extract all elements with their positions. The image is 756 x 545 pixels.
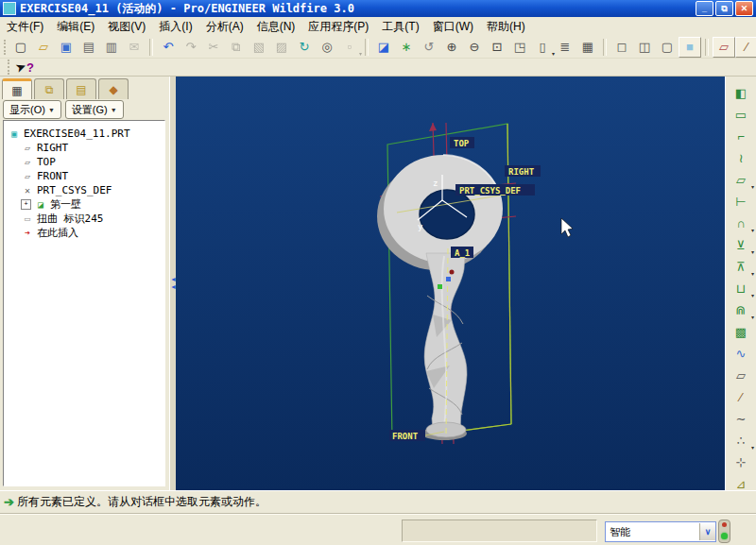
new-file-icon[interactable]: ▢: [9, 37, 32, 58]
flatten-tool-icon[interactable]: ▩: [729, 321, 753, 343]
plot-icon[interactable]: ▥: [100, 37, 123, 58]
email-icon: ✉: [129, 41, 140, 53]
datum-axis-toggle-icon[interactable]: ∕: [735, 37, 756, 58]
select-box-icon[interactable]: ▫▾: [338, 37, 361, 58]
restore-button[interactable]: ⧉: [715, 1, 733, 16]
menu-item-8[interactable]: 窗口(W): [426, 17, 480, 37]
print-icon[interactable]: ▤: [77, 37, 100, 58]
reorient-view-icon[interactable]: ◳: [508, 37, 531, 58]
svg-text:RIGHT: RIGHT: [508, 167, 535, 177]
help-toolbar: ➤?: [0, 59, 756, 77]
refit-icon[interactable]: ⊡: [486, 37, 508, 58]
tree-item-front-plane[interactable]: ▱FRONT: [4, 169, 164, 183]
menu-item-6[interactable]: 应用程序(P): [301, 17, 375, 37]
datum-axis-tool-icon[interactable]: ∕: [729, 386, 753, 408]
menu-item-4[interactable]: 分析(A): [199, 17, 250, 37]
flat-wall-tool-icon[interactable]: ▭: [729, 104, 753, 126]
tree-expander-icon[interactable]: +: [21, 199, 31, 210]
selection-filter-combo[interactable]: 智能 ∨: [605, 521, 716, 542]
twist-wall-tool-icon[interactable]: ≀: [729, 147, 753, 169]
datum-plane-toggle-icon: ▱: [719, 41, 729, 53]
save-icon[interactable]: ▣: [55, 37, 77, 58]
view-manager-icon[interactable]: ▦: [576, 37, 599, 58]
3d-model-canvas[interactable]: z y TOP RIGHT: [176, 77, 725, 490]
zoom-in-icon[interactable]: ⊕: [440, 37, 463, 58]
context-help-icon[interactable]: ➤?: [16, 60, 34, 75]
axis-label[interactable]: A_1: [451, 247, 473, 258]
menu-item-0[interactable]: 文件(F): [0, 17, 50, 37]
wireframe-icon[interactable]: ◻: [610, 37, 633, 58]
csys-tool-icon[interactable]: ⊹: [729, 451, 753, 473]
bend-tool-icon[interactable]: ∩▾: [729, 213, 753, 234]
menu-item-5[interactable]: 信息(N): [250, 17, 302, 37]
layers-icon[interactable]: ≣: [554, 37, 576, 58]
zoom-out-icon[interactable]: ⊖: [463, 37, 486, 58]
orient-mode-icon[interactable]: ↺: [418, 37, 440, 58]
menu-item-3[interactable]: 插入(I): [152, 17, 198, 37]
copy-icon[interactable]: ⧉: [225, 37, 248, 58]
wall-tool-icon[interactable]: ◧: [729, 82, 753, 104]
settings-dropdown-button[interactable]: 设置(G)▼: [65, 100, 124, 119]
copy-icon: ⧉: [232, 41, 240, 53]
tree-item-csys[interactable]: ✕PRT_CSYS_DEF: [4, 183, 164, 197]
datum-plane-toggle-icon[interactable]: ▱: [713, 37, 735, 58]
menu-item-2[interactable]: 视图(V): [101, 17, 152, 37]
selection-stoplight-icon[interactable]: [718, 519, 730, 543]
no-hidden-icon[interactable]: ▢: [656, 37, 679, 58]
tree-item-twist[interactable]: ▭扭曲 标识245: [4, 212, 164, 226]
sketch-curve-tool-icon[interactable]: ∼: [729, 408, 753, 430]
model-tree[interactable]: ▣EXERCISE04_11.PRT▱RIGHT▱TOP▱FRONT✕PRT_C…: [3, 120, 165, 486]
repaint-icon[interactable]: ◪: [372, 37, 395, 58]
dropdown-caret-icon: ▾: [751, 271, 754, 277]
connections-tab[interactable]: ◆: [98, 78, 129, 99]
tree-item-insert-here[interactable]: ➔在此插入: [4, 226, 164, 240]
paste-special-icon[interactable]: ▨: [270, 37, 293, 58]
spin-center-icon[interactable]: ∗: [395, 37, 418, 58]
punch-tool-icon[interactable]: ⊔▾: [729, 278, 753, 299]
find-icon[interactable]: ◎: [316, 37, 338, 58]
layer-tree-tab[interactable]: ⧉: [34, 78, 64, 99]
menu-item-9[interactable]: 帮助(H): [480, 17, 532, 37]
saved-views-icon[interactable]: ▯▾: [531, 37, 554, 58]
wall-options-tool-icon: ▱: [736, 174, 746, 186]
datum-plane-tool-icon[interactable]: ▱: [729, 365, 753, 386]
show-dropdown-button[interactable]: 显示(O)▼: [3, 100, 61, 119]
menu-item-1[interactable]: 编辑(E): [50, 17, 101, 37]
wall-options-tool-icon[interactable]: ▱▾: [729, 169, 753, 191]
email-icon[interactable]: ✉: [123, 37, 146, 58]
datum-point-tool-icon[interactable]: ∴▾: [729, 430, 753, 451]
combo-dropdown-button[interactable]: ∨: [699, 523, 715, 540]
style-tool-icon: ∿: [736, 348, 747, 360]
paste-icon[interactable]: ▧: [248, 37, 270, 58]
undo-icon[interactable]: ↶: [157, 37, 180, 58]
graphics-area[interactable]: z y TOP RIGHT: [176, 77, 725, 490]
close-button[interactable]: ✕: [735, 1, 753, 16]
cut-icon[interactable]: ✂: [202, 37, 225, 58]
top-plane-label[interactable]: TOP: [450, 137, 474, 148]
tree-item-right-plane[interactable]: ▱RIGHT: [4, 141, 164, 155]
right-plane-label[interactable]: RIGHT: [505, 165, 541, 177]
open-folder-icon[interactable]: ▱: [32, 37, 55, 58]
paste-icon: ▧: [253, 41, 265, 53]
unbend-tool-icon[interactable]: ⊻▾: [729, 234, 753, 256]
tree-item-top-plane[interactable]: ▱TOP: [4, 155, 164, 169]
green-point: [438, 284, 442, 289]
bend-back-tool-icon[interactable]: ⊼▾: [729, 256, 753, 278]
chevron-down-icon: ▼: [48, 107, 55, 113]
flange-wall-tool-icon[interactable]: ⌐: [729, 126, 753, 147]
csys-label[interactable]: PRT_CSYS_DEF: [455, 184, 535, 196]
extend-wall-tool-icon[interactable]: ⊢: [729, 191, 753, 213]
minimize-button[interactable]: _: [696, 1, 713, 16]
tree-item-part[interactable]: ▣EXERCISE04_11.PRT: [4, 127, 164, 141]
tree-item-first-wall[interactable]: +◪第一壁: [4, 197, 164, 212]
style-tool-icon[interactable]: ∿: [729, 343, 753, 365]
form-tool-icon[interactable]: ⋒▾: [729, 299, 753, 321]
model-tree-tab[interactable]: ▦: [2, 78, 32, 99]
regenerate-icon[interactable]: ↻: [293, 37, 316, 58]
tree-item-insert-here-label: 在此插入: [37, 226, 78, 240]
menu-item-7[interactable]: 工具(T): [375, 17, 425, 37]
hidden-line-icon[interactable]: ◫: [633, 37, 656, 58]
folder-browser-tab[interactable]: ▤: [66, 78, 96, 99]
redo-icon[interactable]: ↷: [180, 37, 202, 58]
shaded-icon[interactable]: ■: [679, 37, 701, 58]
